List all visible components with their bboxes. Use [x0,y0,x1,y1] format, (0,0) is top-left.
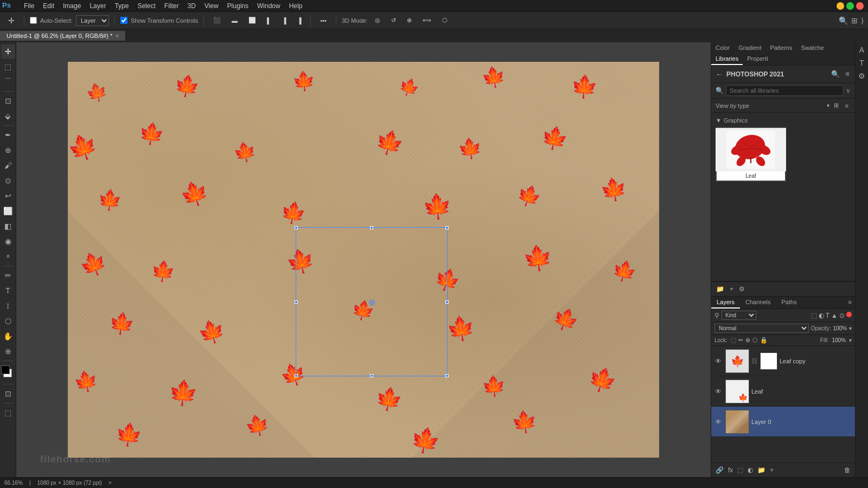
lock-position[interactable]: ⊕ [745,337,750,344]
layer-row-leaf-copy[interactable]: 👁 🍁 ⛓ Leaf copy [711,346,855,376]
menu-window[interactable]: Window [253,1,285,11]
layers-options-btn[interactable]: ≡ [845,297,855,309]
fill-expand-icon[interactable]: ▾ [849,337,852,343]
move-tool-btn[interactable]: ✛ [4,15,18,27]
lib-search-expand[interactable]: ∨ [846,87,851,94]
align-bottom-btn[interactable]: ⬜ [245,15,260,25]
eyedropper-tool[interactable]: ✒ [1,128,15,142]
layer-vis-leaf[interactable]: 👁 [713,387,723,396]
align-left-btn[interactable]: ▌ [263,16,275,25]
menu-layer[interactable]: Layer [85,1,110,11]
pen-tool[interactable]: ✏ [1,268,15,282]
dodge-tool[interactable]: ⚬ [1,249,15,264]
opacity-value[interactable]: 100% [833,325,847,331]
blend-mode-select[interactable]: Normal Dissolve Multiply Screen [714,324,809,333]
move-tool[interactable]: ✛ [1,44,15,59]
layer-name-leaf-copy[interactable]: Leaf copy [780,358,853,364]
layer-vis-leaf-copy[interactable]: 👁 [713,356,723,366]
transform-checkbox[interactable] [120,17,127,24]
3d-roll-btn[interactable]: ↺ [387,15,400,25]
layer-group-btn[interactable]: 📁 [756,465,767,475]
gradient-tool[interactable]: ◧ [1,219,15,233]
tab-properties[interactable]: Properti [743,53,773,65]
tab-channels[interactable]: Channels [740,297,776,309]
workspace-icon[interactable]: ⊞ [851,16,858,25]
lock-pixels[interactable]: ✏ [738,337,743,344]
menu-help[interactable]: Help [285,1,307,11]
menu-type[interactable]: Type [110,1,133,11]
stamp-tool[interactable]: ⊙ [1,174,15,188]
expand-icon[interactable]: ⟩ [861,16,864,25]
layer-filter-toggle[interactable] [846,312,852,317]
lock-all[interactable]: 🔒 [760,337,768,344]
layer-adj-btn[interactable]: ◐ [746,465,754,475]
layer-name-leaf[interactable]: Leaf [751,388,853,395]
menu-plugins[interactable]: Plugins [223,1,253,11]
3d-scale-btn[interactable]: ⬡ [438,15,451,25]
lock-transparency[interactable]: ⬚ [731,337,736,344]
layers-folder-icon[interactable]: 📁 [714,284,726,294]
path-tool[interactable]: ⟟ [1,299,15,313]
lib-back-button[interactable]: ← [716,70,723,79]
lib-grid-view-btn[interactable]: ⊞ [832,101,841,110]
filter-icon[interactable]: ⚲ [714,312,719,319]
layer-row-leaf[interactable]: 👁 🍁 Leaf [711,376,855,407]
blur-tool[interactable]: ◉ [1,234,15,248]
menu-view[interactable]: View [200,1,223,11]
align-right-btn[interactable]: ▐ [293,16,305,25]
menu-edit[interactable]: Edit [39,1,59,11]
minimize-button[interactable] [837,2,844,10]
side-icon-adjustments[interactable]: ⚙ [857,70,867,81]
layer-filter-type[interactable]: T [826,312,829,319]
crop-tool[interactable]: ⊡ [1,94,15,108]
document-tab[interactable]: Untitled-1 @ 66.2% (Layer 0, RGB/8#) * × [0,31,126,41]
brush-tool[interactable]: 🖌 [1,158,15,172]
tab-libraries[interactable]: Libraries [711,53,743,65]
maximize-button[interactable] [846,2,854,10]
layers-add-icon[interactable]: + [728,284,735,294]
frame-tool[interactable]: ⬙ [1,109,15,123]
selection-tool[interactable]: ⬚ [1,60,15,74]
side-icon-learn[interactable]: A [857,44,867,55]
tab-layers[interactable]: Layers [711,297,740,309]
lib-view-chevron[interactable]: ▾ [827,102,829,108]
lib-graphics-section[interactable]: ▼ Graphics [716,117,851,124]
layer-row-layer0[interactable]: 👁 Layer 0 [711,407,855,437]
lib-item-leaf[interactable]: Leaf [716,127,786,182]
menu-3d[interactable]: 3D [183,1,200,11]
tab-swatches[interactable]: Swatche [796,42,828,53]
3d-pan-btn[interactable]: ⊕ [403,15,416,25]
layer-name-layer0[interactable]: Layer 0 [751,419,853,425]
layer-link-btn[interactable]: 🔗 [714,465,725,475]
tab-patterns[interactable]: Patterns [766,42,797,53]
lib-more-icon[interactable]: ≡ [844,69,851,79]
menu-select[interactable]: Select [133,1,159,11]
3d-slide-btn[interactable]: ⟺ [419,15,435,25]
lib-search-input[interactable] [726,85,844,96]
hand-tool[interactable]: ✋ [1,329,15,343]
tab-color[interactable]: Color [711,42,734,53]
layer-filter-shape[interactable]: ▲ [831,312,838,319]
menu-image[interactable]: Image [59,1,85,11]
zoom-tool[interactable]: ⊕ [1,344,15,358]
menu-file[interactable]: File [20,1,39,11]
layer-mask-btn[interactable]: ⬚ [736,465,744,475]
opacity-expand-icon[interactable]: ▾ [849,325,852,331]
align-top-btn[interactable]: ⬛ [209,15,225,25]
align-hcenter-btn[interactable]: ▐ [278,16,290,25]
menu-filter[interactable]: Filter [160,1,183,11]
status-arrow[interactable]: > [108,480,112,486]
tab-close-btn[interactable]: × [116,33,119,39]
shape-tool[interactable]: ⬡ [1,314,15,328]
eraser-tool[interactable]: ⬜ [1,204,15,218]
text-tool[interactable]: T [1,284,15,298]
close-button[interactable] [856,2,864,10]
tab-paths[interactable]: Paths [776,297,802,309]
auto-select-dropdown[interactable]: Layer Group [76,15,109,26]
lock-artboards[interactable]: ⬡ [752,337,758,344]
search-icon[interactable]: 🔍 [839,16,848,25]
layer-kind-select[interactable]: Kind Name Effect Mode Attribute Color [722,311,756,320]
quick-mask-btn[interactable]: ⊡ [1,387,15,401]
layer-vis-layer0[interactable]: 👁 [713,417,723,427]
layer-new-btn[interactable]: + [769,465,775,475]
